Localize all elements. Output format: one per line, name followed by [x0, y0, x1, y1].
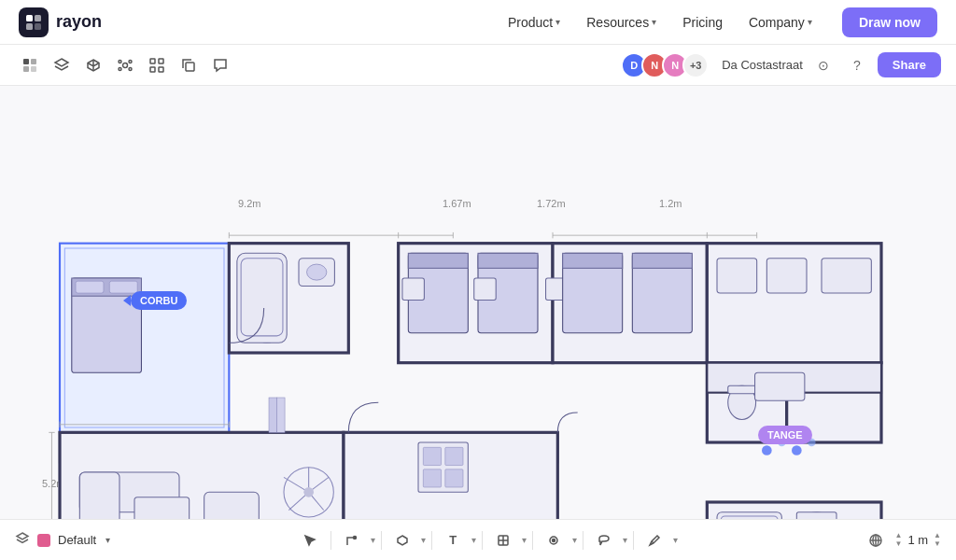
svg-rect-2: [26, 23, 33, 30]
shape-tool-arrow[interactable]: ▾: [421, 535, 426, 545]
nav-product[interactable]: Product ▾: [497, 9, 571, 35]
svg-point-76: [792, 445, 802, 455]
text-tool-button[interactable]: T: [438, 525, 468, 555]
collaborator-avatars: D N N +3: [621, 52, 709, 78]
svg-rect-3: [35, 23, 41, 30]
canvas-area[interactable]: 9.2m 1.67m 1.72m 1.2m 3m 5.2m .wall { st…: [0, 86, 956, 560]
svg-rect-71: [445, 469, 463, 487]
scale-arrows[interactable]: ▲ ▼: [894, 532, 902, 548]
svg-rect-15: [159, 59, 163, 63]
area-tool-arrow[interactable]: ▾: [522, 535, 527, 545]
comment-button[interactable]: [205, 50, 235, 80]
svg-rect-79: [269, 398, 277, 432]
annotation-tool-button[interactable]: [589, 525, 619, 555]
logo[interactable]: rayon: [19, 7, 102, 37]
draw-tool-arrow[interactable]: ▾: [673, 535, 678, 545]
home-tool-button[interactable]: [15, 50, 45, 80]
scale-right-down[interactable]: ▼: [934, 540, 941, 548]
layers-icon: [15, 531, 30, 550]
svg-point-66: [303, 487, 314, 497]
svg-point-10: [129, 60, 132, 63]
svg-rect-47: [474, 278, 496, 300]
scale-up-arrow[interactable]: ▲: [894, 532, 902, 539]
svg-rect-68: [423, 447, 441, 465]
svg-rect-69: [445, 447, 463, 465]
svg-point-8: [123, 63, 128, 67]
logo-text: rayon: [56, 12, 102, 32]
navbar: rayon Product ▾ Resources ▾ Pricing Comp…: [0, 0, 956, 45]
help-icon-button[interactable]: ?: [844, 52, 870, 78]
layer-name: Default: [58, 533, 96, 547]
select-tool-button[interactable]: [295, 525, 325, 555]
svg-rect-5: [31, 59, 36, 64]
copy-button[interactable]: [174, 50, 204, 80]
svg-point-40: [307, 264, 327, 280]
layers-button[interactable]: [47, 50, 77, 80]
map-icon-button[interactable]: [863, 527, 889, 553]
status-bar: Default ▾ ▾ ▾ T ▾: [0, 519, 956, 560]
grid-button[interactable]: [142, 50, 172, 80]
layer-section: Default ▾: [15, 531, 110, 550]
corbu-tag[interactable]: CORBU: [131, 291, 187, 310]
svg-rect-50: [563, 253, 623, 268]
scale-label: 1 m: [907, 533, 928, 547]
svg-marker-103: [398, 536, 407, 545]
chevron-down-icon: ▾: [808, 17, 812, 27]
svg-point-102: [354, 536, 357, 539]
nav-pricing[interactable]: Pricing: [671, 9, 734, 35]
svg-point-108: [553, 539, 555, 541]
scale-down-arrow[interactable]: ▼: [894, 540, 902, 548]
corbu-label: CORBU: [140, 295, 177, 306]
tange-tag[interactable]: TANGE: [758, 426, 812, 444]
wall-tool-arrow[interactable]: ▾: [371, 535, 375, 545]
settings-icon-button[interactable]: ⊙: [810, 52, 836, 78]
share-button[interactable]: Share: [878, 52, 941, 77]
svg-rect-4: [23, 59, 29, 64]
svg-rect-7: [31, 66, 36, 72]
svg-rect-0: [26, 15, 33, 21]
tool-divider-5: [532, 531, 533, 550]
svg-line-109: [652, 541, 654, 543]
assets-button[interactable]: [110, 50, 140, 80]
svg-rect-74: [755, 372, 805, 400]
svg-rect-1: [35, 15, 41, 21]
nav-resources[interactable]: Resources ▾: [575, 9, 668, 35]
scale-right-arrows[interactable]: ▲ ▼: [934, 532, 941, 548]
svg-rect-55: [822, 259, 871, 293]
nav-links: Product ▾ Resources ▾ Pricing Company ▾: [497, 9, 823, 35]
shape-tool-button[interactable]: [387, 525, 417, 555]
camera-tool-button[interactable]: [539, 525, 569, 555]
scale-right-up[interactable]: ▲: [934, 532, 941, 539]
svg-rect-37: [237, 253, 287, 343]
svg-rect-46: [402, 278, 424, 300]
draw-now-button[interactable]: Draw now: [842, 7, 937, 37]
svg-rect-16: [159, 67, 163, 72]
toolbar: D N N +3 Da Costastraat ⊙ ? Share: [0, 45, 956, 86]
svg-rect-53: [717, 259, 757, 293]
chevron-down-icon: ▾: [555, 17, 560, 27]
svg-point-9: [119, 60, 121, 63]
svg-rect-6: [23, 66, 29, 72]
annotation-tool-arrow[interactable]: ▾: [623, 535, 627, 545]
tool-divider-4: [482, 531, 483, 550]
tool-divider-3: [431, 531, 432, 550]
area-tool-button[interactable]: [488, 525, 518, 555]
svg-rect-13: [150, 59, 155, 63]
camera-tool-arrow[interactable]: ▾: [572, 535, 577, 545]
layer-dropdown-arrow[interactable]: ▾: [105, 535, 110, 545]
svg-rect-73: [728, 385, 756, 394]
svg-point-12: [129, 67, 132, 70]
wall-tool-button[interactable]: [337, 525, 367, 555]
chevron-down-icon: ▾: [652, 17, 656, 27]
avatar-count: +3: [682, 52, 709, 78]
svg-rect-43: [408, 253, 468, 268]
svg-rect-33: [76, 281, 104, 293]
layer-color-swatch: [37, 534, 50, 547]
draw-tool-button[interactable]: [640, 525, 669, 555]
3d-button[interactable]: [78, 50, 108, 80]
text-tool-arrow[interactable]: ▾: [471, 535, 476, 545]
corbu-arrow-icon: [123, 295, 131, 306]
nav-company[interactable]: Company ▾: [738, 9, 823, 35]
svg-rect-70: [423, 469, 441, 487]
tool-divider-6: [583, 531, 583, 550]
